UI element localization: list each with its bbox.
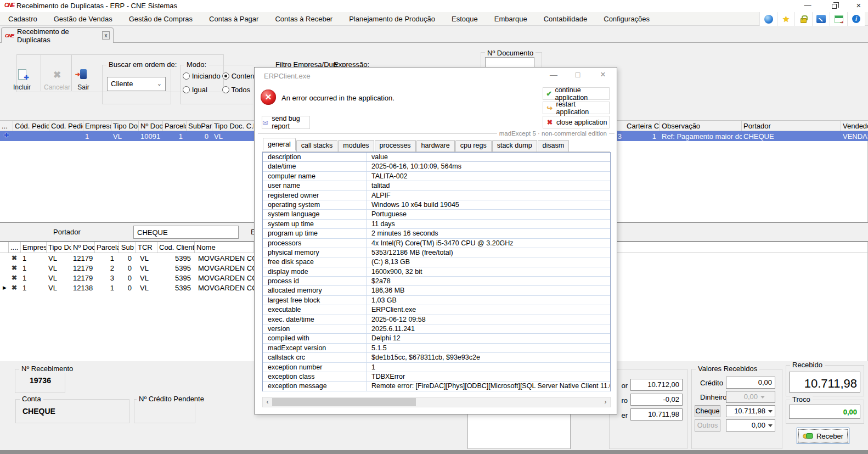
menu-gestao-vendas[interactable]: Gestão de Vendas bbox=[46, 15, 121, 23]
table-row[interactable]: date/time2025-06-16, 10:10:09, 564ms bbox=[263, 162, 610, 171]
tab-modules[interactable]: modules bbox=[338, 140, 374, 152]
menu-embarque[interactable]: Embarque bbox=[486, 15, 536, 23]
scrollbar-thumb[interactable] bbox=[272, 398, 416, 406]
tab-hardware[interactable]: hardware bbox=[416, 140, 455, 152]
column-header[interactable]: Parcela bbox=[95, 242, 119, 253]
dialog-horizontal-scrollbar[interactable]: ‹ › bbox=[262, 397, 611, 407]
table-row[interactable]: display mode1600x900, 32 bit bbox=[263, 267, 610, 277]
cancelar-button[interactable]: ✖ Cancelar bbox=[43, 69, 71, 92]
column-header[interactable]: Nº Doc. bbox=[139, 121, 163, 131]
table-row[interactable]: version2025.6.11.241 bbox=[263, 324, 610, 334]
column-header[interactable]: Portador bbox=[742, 121, 841, 131]
send-bug-report-button[interactable]: ✉ send bug report bbox=[262, 116, 310, 129]
total-valor-field[interactable]: 10.712,00 bbox=[630, 379, 683, 391]
delete-x-icon[interactable]: ✖ bbox=[10, 283, 20, 293]
menu-planejamento[interactable]: Planejamento de Produção bbox=[341, 15, 443, 23]
radio-todos[interactable]: Todos bbox=[222, 86, 250, 94]
table-row[interactable]: program up time2 minutes 16 seconds bbox=[263, 229, 610, 238]
lock-icon[interactable] bbox=[794, 12, 812, 26]
table-row[interactable]: allocated memory186,36 MB bbox=[263, 286, 610, 295]
dialog-minimize-button[interactable]: — bbox=[544, 69, 563, 82]
close-button[interactable]: × bbox=[849, 0, 868, 12]
table-row[interactable]: computer nameTALITA-002 bbox=[263, 172, 610, 181]
radio-iniciando[interactable]: Iniciando bbox=[183, 72, 221, 80]
close-application-button[interactable]: ✖ close application bbox=[543, 116, 610, 128]
column-header[interactable]: Cod. Cliente bbox=[157, 242, 195, 253]
table-row[interactable]: free disk space(C:) 8,13 GB bbox=[263, 257, 610, 267]
scroll-right-icon[interactable]: › bbox=[601, 397, 610, 407]
tab-recebimento-duplicatas[interactable]: CNE Recebimento de Duplicatas x bbox=[1, 27, 114, 43]
table-row[interactable]: system up time11 days bbox=[263, 220, 610, 229]
tab-close-icon[interactable]: x bbox=[102, 31, 110, 40]
credito-field[interactable]: 0,00 bbox=[726, 377, 775, 389]
scroll-left-icon[interactable]: ‹ bbox=[263, 397, 272, 407]
delete-x-icon[interactable]: ✖ bbox=[10, 263, 20, 273]
tab-disasm[interactable]: disasm bbox=[538, 140, 570, 152]
table-row[interactable]: executableERPClient.exe bbox=[263, 305, 610, 315]
table-row[interactable]: callstack crc$de1b15cc, $678311cb, $93e9… bbox=[263, 353, 610, 362]
table-row[interactable]: system languagePortuguese bbox=[263, 210, 610, 219]
minimize-button[interactable]: — bbox=[798, 0, 817, 12]
menu-gestao-compras[interactable]: Gestão de Compras bbox=[121, 15, 201, 23]
column-header[interactable]: Sub bbox=[119, 242, 136, 253]
delete-x-icon[interactable]: ✖ bbox=[10, 253, 20, 263]
star-icon[interactable]: ★ bbox=[777, 12, 794, 26]
menu-contas-receber[interactable]: Contas à Receber bbox=[267, 15, 341, 23]
table-row[interactable]: processors4x Intel(R) Core(TM) i5-3470 C… bbox=[263, 239, 610, 248]
radio-igual[interactable]: Igual bbox=[183, 86, 207, 94]
tab-general[interactable]: general bbox=[263, 138, 296, 150]
table-row[interactable]: exception messageRemote error: [FireDAC]… bbox=[263, 382, 610, 391]
tab-cpu-regs[interactable]: cpu regs bbox=[455, 140, 492, 152]
column-header[interactable]: Parcela bbox=[163, 121, 187, 131]
menu-cadastro[interactable]: Cadastro bbox=[0, 15, 46, 23]
sair-button[interactable]: Sair bbox=[69, 69, 98, 92]
outros-field[interactable]: 0,00 bbox=[726, 419, 775, 431]
column-header[interactable]: Observação bbox=[660, 121, 742, 131]
column-header[interactable]: Cod. Pedido bbox=[49, 121, 83, 131]
menu-contabilidade[interactable]: Contabilidade bbox=[536, 15, 596, 23]
cheque-field[interactable]: 10.711,98 bbox=[726, 405, 775, 417]
table-row[interactable]: largest free block1,03 GB bbox=[263, 296, 610, 305]
portador-input[interactable]: CHEQUE bbox=[133, 226, 239, 239]
column-header[interactable]: Vendedor bbox=[841, 121, 868, 131]
table-row[interactable]: registered ownerALPIF bbox=[263, 191, 610, 200]
table-row[interactable]: operating systemWindows 10 x64 build 190… bbox=[263, 200, 610, 210]
menu-configuracoes[interactable]: Configurações bbox=[595, 15, 658, 23]
table-row[interactable]: user nametalitad bbox=[263, 181, 610, 190]
column-header[interactable]: ... bbox=[0, 121, 13, 131]
ordem-combobox[interactable]: Cliente ⌄ bbox=[107, 77, 166, 91]
continue-application-button[interactable]: ✔ continue application bbox=[543, 87, 610, 100]
tab-processes[interactable]: processes bbox=[375, 140, 416, 152]
dialog-restore-button[interactable]: □ bbox=[568, 69, 587, 82]
table-row[interactable]: process id$2a78 bbox=[263, 277, 610, 286]
menu-contas-pagar[interactable]: Contas à Pagar bbox=[201, 15, 267, 23]
column-header[interactable]: Carteira CR bbox=[625, 121, 660, 131]
column-header[interactable]: TCR bbox=[136, 242, 157, 253]
column-header[interactable]: Nº Doc. bbox=[71, 242, 95, 253]
column-header[interactable]: SubParc. bbox=[187, 121, 212, 131]
table-row[interactable]: exec. date/time2025-06-12 09:58 bbox=[263, 315, 610, 324]
table-row[interactable]: exception number1 bbox=[263, 363, 610, 372]
column-header[interactable]: Empresa bbox=[83, 121, 111, 131]
chart-icon[interactable] bbox=[812, 12, 830, 26]
restore-button[interactable] bbox=[825, 0, 843, 12]
info-icon[interactable]: i bbox=[847, 12, 865, 26]
globe-icon[interactable] bbox=[759, 12, 777, 26]
incluir-button[interactable]: Incluir bbox=[8, 69, 36, 92]
column-header[interactable]: Tipo Doc. bbox=[111, 121, 139, 131]
column-header[interactable]: Nome bbox=[195, 242, 254, 253]
total-diferenca-field[interactable]: -0,02 bbox=[630, 394, 683, 406]
cheque-button[interactable]: Cheque bbox=[695, 405, 720, 417]
menu-estoque[interactable]: Estoque bbox=[443, 15, 486, 23]
restart-application-button[interactable]: ↪ restart application bbox=[543, 102, 610, 114]
dialog-close-button[interactable]: × bbox=[594, 69, 612, 82]
table-row[interactable]: madExcept version5.1.5 bbox=[263, 344, 610, 353]
table-icon[interactable] bbox=[830, 12, 847, 26]
total-receber-field[interactable]: 10.711,98 bbox=[630, 408, 683, 421]
column-header[interactable]: .... bbox=[8, 242, 21, 253]
receber-button[interactable]: Receber bbox=[797, 428, 849, 444]
column-header[interactable]: Tipo Doc. bbox=[47, 242, 71, 253]
column-header[interactable]: Cód. Pedido bbox=[13, 121, 49, 131]
table-row[interactable]: compiled withDelphi 12 bbox=[263, 334, 610, 343]
table-row[interactable]: exception classTDBXError bbox=[263, 372, 610, 382]
